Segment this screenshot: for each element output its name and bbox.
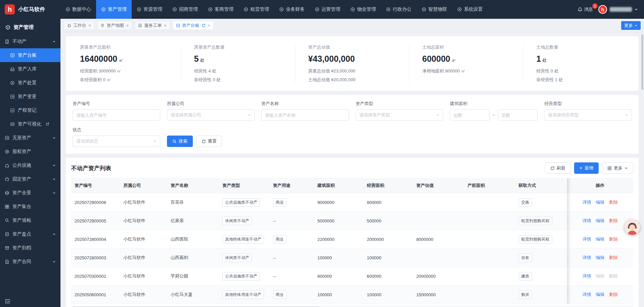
building-icon	[5, 39, 9, 44]
sidebar-item-asset-inbound[interactable]: 资产入库	[0, 62, 60, 76]
sidebar-group-intangible-assets[interactable]: 无形资产	[0, 131, 60, 145]
edit-link[interactable]: 编辑	[596, 255, 604, 260]
bell-icon	[577, 7, 583, 12]
tab-workbench[interactable]: 工作台 ×	[64, 21, 94, 30]
sidebar-group-public-facilities[interactable]: 公共设施	[0, 158, 60, 172]
table-more-button[interactable]: 更多	[602, 162, 633, 174]
nav-item-merchant-management[interactable]: 客商管理	[203, 0, 239, 19]
asset-code-input[interactable]	[73, 109, 160, 121]
search-button[interactable]: 搜索	[167, 136, 193, 147]
tab-asset-ledger[interactable]: 资产台账 ×	[173, 21, 214, 30]
visualization-icon	[10, 122, 15, 126]
detail-link[interactable]: 详情	[583, 200, 591, 205]
nav-item-resource-management[interactable]: 资源管理	[132, 0, 167, 19]
nav-label: 系统设置	[464, 6, 483, 12]
edit-link[interactable]: 编辑	[596, 200, 604, 205]
build-area-from-input[interactable]	[450, 109, 489, 121]
sidebar-group-asset-collection[interactable]: 资产集合	[0, 200, 60, 213]
fixed-asset-icon	[5, 177, 9, 182]
nav-item-business-finance[interactable]: 业务财务	[274, 0, 310, 19]
messages-button[interactable]: 消息 1	[577, 6, 593, 12]
vertical-scrollbar-thumb[interactable]	[641, 34, 643, 90]
nav-item-lease-management[interactable]: 租赁管理	[239, 0, 274, 19]
sidebar-group-asset-archive[interactable]: 资产归档	[0, 241, 60, 255]
sidebar-group-asset-contract[interactable]: 资产合同	[0, 255, 60, 268]
change-icon	[10, 94, 15, 99]
refresh-button[interactable]: 刷新	[545, 162, 571, 174]
nav-label: 数据中心	[72, 6, 91, 12]
close-icon[interactable]: ×	[164, 23, 166, 28]
sidebar-item-property-registration[interactable]: 产权登记	[0, 103, 60, 117]
delete-link[interactable]: 删除	[609, 292, 618, 297]
edit-link[interactable]: 编辑	[596, 218, 604, 223]
col-company: 所属公司	[120, 178, 168, 193]
collection-icon	[5, 204, 9, 209]
field-label: 资产编号	[73, 101, 160, 107]
sidebar-group-real-estate[interactable]: 不动产	[0, 35, 60, 48]
delete-link[interactable]: 删除	[609, 255, 618, 260]
sidebar-item-asset-change[interactable]: 资产变更	[0, 90, 60, 103]
usage-tag: 商业	[273, 235, 287, 244]
nav-item-system-settings[interactable]: 系统设置	[452, 0, 488, 19]
company-select[interactable]: 请选择所属公司	[167, 109, 255, 121]
tab-asset-map[interactable]: 资产地图 ×	[97, 21, 132, 30]
add-button[interactable]: + 新增	[574, 162, 599, 174]
sidebar-collapse-toggle[interactable]	[5, 299, 10, 304]
nav-item-smart-iot[interactable]: 智慧物联	[417, 0, 452, 19]
asset-type-select[interactable]: 请选择资产类型	[356, 109, 443, 121]
tab-service-order[interactable]: 服务工单 ×	[135, 21, 170, 30]
sidebar-item-asset-disposal[interactable]: 资产处置	[0, 76, 60, 90]
detail-link[interactable]: 详情	[583, 237, 591, 242]
stat-value: 1处	[536, 54, 625, 64]
close-icon[interactable]: ×	[126, 23, 129, 28]
user-menu[interactable]: h	[598, 5, 638, 14]
nav-item-investment-management[interactable]: 招商管理	[167, 0, 203, 19]
field-label: 经营类型	[544, 101, 632, 107]
operate-type-select[interactable]: 请选择经营类型	[544, 109, 632, 121]
chevron-down-icon	[248, 113, 251, 117]
col-asset-usage: 资产用途	[270, 178, 314, 193]
tab-refresh-icon[interactable]	[202, 23, 206, 28]
close-icon[interactable]: ×	[208, 23, 210, 28]
asset-name-input[interactable]	[261, 109, 349, 121]
delete-link[interactable]: 删除	[609, 218, 618, 223]
sidebar-item-asset-visualization[interactable]: 资产可视化	[0, 117, 60, 131]
close-icon[interactable]: ×	[88, 23, 91, 28]
stat-title: 房屋资产总面积	[80, 44, 168, 50]
nav-item-asset-management[interactable]: 资产管理	[96, 0, 132, 19]
sidebar-group-asset-inspection[interactable]: 资产巡检	[0, 213, 60, 227]
disposal-icon	[10, 81, 15, 85]
asset-type-tag: 其他特殊用途不动产	[222, 235, 264, 244]
property-management-icon	[350, 7, 355, 12]
sidebar-group-asset-panorama[interactable]: 资产全景	[0, 186, 60, 200]
delete-link[interactable]: 删除	[609, 237, 618, 242]
filter-status: 状态 请选择状态	[73, 127, 160, 147]
sidebar-item-asset-ledger[interactable]: 资产台账	[0, 48, 60, 62]
tab-bar: 工作台 × 资产地图 × 服务工单 × 资产台账 × 更多	[60, 19, 644, 32]
app-title: 小红马软件	[18, 6, 45, 13]
edit-link[interactable]: 编辑	[596, 292, 604, 297]
nav-item-property-management[interactable]: 物业管理	[345, 0, 381, 19]
sidebar-group-asset-inventory[interactable]: 资产盘点	[0, 227, 60, 241]
reset-button[interactable]: 重置	[196, 136, 222, 147]
plus-icon: +	[579, 165, 583, 171]
edit-link[interactable]: 编辑	[596, 237, 604, 242]
detail-link[interactable]: 详情	[583, 218, 591, 223]
nav-item-admin-office[interactable]: 行政办公	[381, 0, 417, 19]
assistant-avatar[interactable]	[625, 219, 640, 235]
build-area-to-input[interactable]	[498, 109, 538, 121]
status-select[interactable]: 请选择状态	[73, 136, 160, 147]
delete-link[interactable]: 删除	[609, 200, 618, 205]
sidebar-group-equity-assets[interactable]: 股权资产	[0, 145, 60, 158]
detail-link[interactable]: 详情	[583, 255, 591, 260]
tabs-more-button[interactable]: 更多	[621, 21, 641, 30]
col-acquire-method: 获取方式	[515, 178, 567, 193]
stat-line: 房屋总估值 ¥23,000,000	[308, 68, 396, 74]
nav-item-data-center[interactable]: 数据中心	[60, 0, 96, 19]
field-label: 建筑面积	[450, 101, 538, 107]
detail-link[interactable]: 详情	[583, 273, 591, 278]
nav-item-operation-management[interactable]: 运营管理	[310, 0, 345, 19]
vertical-scrollbar[interactable]	[641, 34, 644, 305]
sidebar-group-fixed-assets[interactable]: 固定资产	[0, 172, 60, 186]
detail-link[interactable]: 详情	[583, 292, 591, 297]
